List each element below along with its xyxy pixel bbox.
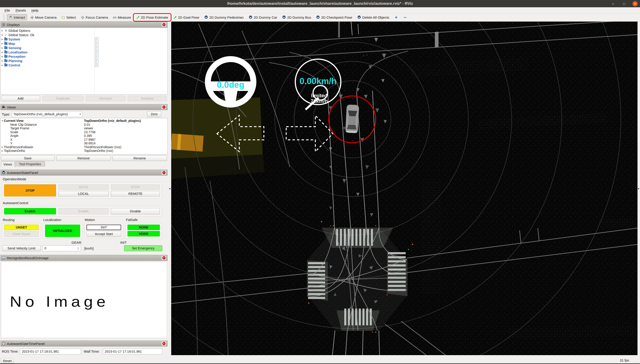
datetime-panel-header[interactable]: AutowareDateTimePanel ✕ [1, 340, 167, 346]
tool-interact-button[interactable]: Interact [7, 14, 27, 20]
add-display-button[interactable]: Add [1, 96, 40, 101]
panel-splitter[interactable]: ...... [81, 102, 87, 104]
operation-mode-remote-button[interactable]: REMOTE [111, 191, 160, 196]
menu-help[interactable]: Help [29, 8, 41, 13]
tree-row-global-options[interactable]: ▸ ⚙ Global Options [1, 28, 167, 33]
tree-row-map[interactable]: ▸ Map ✓ [1, 42, 167, 46]
expander-icon[interactable]: ▸ [1, 34, 4, 36]
view-row-topdownortho[interactable]: ▸ TopDownOrtho TopDownOrtho (rviz) [1, 149, 167, 153]
view-prop-row[interactable]: Target Frame viewer [1, 126, 167, 130]
tree-row-control[interactable]: ▸ Control ✓ [1, 63, 167, 67]
remove-tool-button[interactable]: − [401, 14, 409, 20]
spin-up-icon[interactable]: ▲ [77, 247, 79, 248]
view-prop-row[interactable]: Near Clip Distance 0.01 [1, 123, 167, 127]
velocity-limit-spinner[interactable]: 0 ▲▼ [42, 245, 81, 251]
operation-mode-local-button[interactable]: LOCAL [58, 191, 109, 196]
visibility-checkbox[interactable]: ✓ [95, 64, 98, 67]
duplicate-display-button[interactable]: Duplicate [42, 96, 83, 101]
visibility-checkbox[interactable]: ✓ [95, 42, 98, 45]
control-enable-button[interactable]: Enable [4, 208, 56, 214]
expander-icon[interactable]: ▸ [1, 38, 4, 41]
titlebar[interactable]: /home/hrkota/dev/autoware/install/autowa… [0, 0, 640, 7]
expander-icon[interactable]: ▸ [1, 64, 4, 66]
send-velocity-limit-button[interactable]: Send Velocity Limit [2, 245, 41, 251]
tool-measure-button[interactable]: Measure [111, 14, 133, 20]
autoware-state-panel-header[interactable]: AutowareStatePanel ✕ [1, 170, 167, 176]
collapse-left-icon[interactable]: ◂ [169, 187, 170, 190]
visibility-checkbox[interactable]: ✓ [95, 55, 98, 58]
expander-icon[interactable]: ▸ [1, 29, 4, 32]
right-dock-splitter[interactable]: ▸ [637, 22, 640, 355]
tool-move-camera-button[interactable]: Move Camera [29, 14, 58, 20]
expander-icon[interactable]: ▸ [1, 46, 4, 49]
remove-display-button[interactable]: Remove [86, 96, 125, 101]
tool-2d-dummy-car-button[interactable]: 2D Dummy Car [247, 14, 279, 20]
remove-view-button[interactable]: Remove [57, 156, 111, 161]
tree-row-global-status[interactable]: ▸ ✓ Global Status: Ok [1, 33, 167, 37]
tree-row-perception[interactable]: ▸ Perception ✓ [1, 54, 167, 59]
view-row-third-person[interactable]: ▸ ThirdPersonFollower ThirdPersonFollowe… [1, 145, 167, 149]
tool-2d-pose-estimate-button[interactable]: 2D Pose Estimate [134, 14, 170, 20]
expander-icon[interactable]: ▸ [1, 42, 4, 45]
operation-mode-stop2-button[interactable]: STOP [111, 184, 160, 190]
collapse-right-icon[interactable]: ▸ [638, 187, 639, 190]
tool-2d-goal-pose-button[interactable]: 2D Goal Pose [171, 14, 201, 20]
control-enable-disabled-button[interactable]: Enable [58, 208, 109, 214]
operation-mode-auto-button[interactable]: AUTO [58, 184, 109, 190]
tool-2d-dummy-pedestrian-button[interactable]: 2D Dummy Pedestrian [202, 14, 246, 20]
rename-view-button[interactable]: Rename [112, 156, 167, 161]
tab-views[interactable]: Views [1, 161, 15, 167]
accept-start-button[interactable]: Accept Start [87, 231, 121, 237]
add-tool-button[interactable]: + [392, 14, 400, 20]
minimize-button[interactable]: – [611, 2, 616, 6]
close-window-button[interactable]: ✕ [632, 1, 638, 6]
tab-tool-properties[interactable]: Tool Properties [15, 161, 45, 167]
view-prop-row[interactable]: Angle 0.395 [1, 134, 167, 138]
rename-display-button[interactable]: Rename [128, 96, 167, 101]
toolbar-grip[interactable] [3, 14, 5, 20]
views-close-button[interactable]: ✕ [161, 105, 166, 109]
visibility-checkbox[interactable]: ✓ [95, 50, 98, 54]
tree-row-sensing[interactable]: ▸ Sensing ✓ [1, 46, 167, 50]
view-type-combobox[interactable]: TopDownOrtho (rviz_default_plugins) ▾ [12, 111, 82, 117]
recognition-panel-header[interactable]: RecognitionResultOnImage ✕ [1, 255, 167, 261]
maximize-button[interactable]: □ [621, 2, 626, 6]
tree-row-planning[interactable]: ▸ Planning ✓ [1, 59, 167, 63]
reset-button[interactable]: Reset [1, 358, 14, 363]
expander-icon[interactable]: ▸ [1, 55, 4, 58]
tool-2d-checkpoint-pose-button[interactable]: 2D Checkpoint Pose [314, 14, 354, 20]
spin-down-icon[interactable]: ▼ [77, 248, 79, 250]
tree-row-localization[interactable]: ▸ Localization ✓ [1, 50, 167, 54]
operation-mode-stop-button[interactable]: STOP [4, 184, 56, 196]
ros-time-field[interactable]: 2023-01-17 17:18:01.981 [20, 348, 81, 354]
tool-2d-dummy-bus-button[interactable]: 2D Dummy Bus [280, 14, 313, 20]
recognition-close-button[interactable]: ✕ [161, 256, 166, 260]
menu-file[interactable]: File [2, 8, 12, 13]
expander-icon[interactable]: ▸ [1, 146, 4, 148]
displays-panel-header[interactable]: Displays ✕ [1, 22, 167, 28]
visibility-checkbox[interactable]: ✓ [95, 38, 98, 41]
3d-viewport[interactable]: 0.0deg 0.00km/h limited 72km/h [171, 22, 637, 355]
datetime-close-button[interactable]: ✕ [161, 342, 166, 346]
set-emergency-button[interactable]: Set Emergency [124, 245, 162, 251]
view-prop-row[interactable]: Y 38.6914 [1, 142, 167, 145]
tool-select-button[interactable]: Select [60, 14, 78, 20]
expander-icon[interactable]: ▸ [1, 51, 4, 54]
clear-route-button[interactable]: Clear Route [4, 231, 39, 237]
views-panel-header[interactable]: Views ✕ [1, 104, 167, 110]
control-disable-button[interactable]: Disable [111, 208, 160, 214]
panel-splitter[interactable]: ...... [81, 252, 87, 254]
expander-icon[interactable]: ▾ [1, 119, 4, 122]
menu-panels[interactable]: Panels [13, 8, 28, 13]
zero-button[interactable]: Zero [147, 111, 161, 117]
visibility-checkbox[interactable]: ✓ [95, 59, 98, 62]
tool-focus-camera-button[interactable]: Focus Camera [79, 14, 110, 20]
view-prop-row[interactable]: X 17.9987 [1, 138, 167, 142]
expander-icon[interactable]: ▸ [1, 59, 4, 62]
tool-delete-all-objects-button[interactable]: Delete All Objects [355, 14, 391, 20]
save-view-button[interactable]: Save [1, 156, 55, 161]
wall-time-field[interactable]: 2023-01-17 17:18:01.981 [103, 348, 162, 354]
resize-grip[interactable]: ...... [634, 360, 639, 363]
view-prop-row[interactable]: Scale 23.7756 [1, 130, 167, 134]
state-panel-close-button[interactable]: ✕ [161, 170, 166, 175]
